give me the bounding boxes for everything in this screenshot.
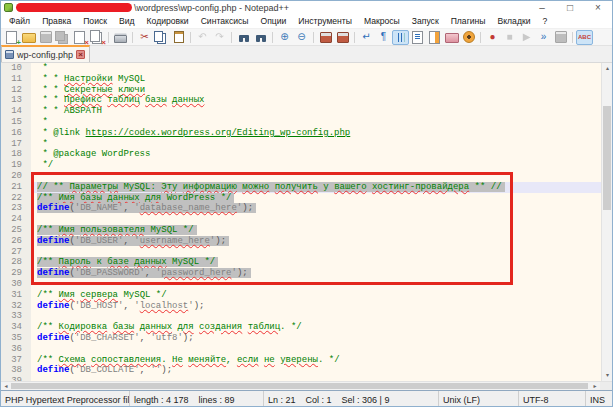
line-number[interactable]: 22 [1,193,31,204]
menu-item-7[interactable]: Инструменты [292,16,358,26]
status-insert-mode[interactable]: INS [585,391,612,407]
line-number[interactable]: 38 [1,365,31,376]
line-number[interactable]: 27 [1,247,31,258]
line-number[interactable]: 14 [1,106,31,117]
undo-icon[interactable]: ↶ [194,30,211,45]
tab-wp-config[interactable]: wp-config.php × [1,45,90,62]
line-number[interactable]: 26 [1,236,31,247]
menu-item-3[interactable]: Вид [113,16,141,26]
sync-horizontal-scroll-icon[interactable] [334,30,351,45]
sync-vertical-scroll-icon[interactable] [317,30,334,45]
code-line-38[interactable]: 38define('DB_COLLATE', ''); [1,365,601,376]
menu-item-8[interactable]: Макросы [358,16,406,26]
menu-item-11[interactable]: Вкладки [492,16,537,26]
status-encoding[interactable]: UTF-8 [518,391,585,407]
code-line-35[interactable]: 35define('DB_CHARSET', 'utf8'); [1,333,601,344]
vertical-scrollbar-thumb[interactable] [603,106,611,210]
close-all-icon[interactable]: × [88,30,105,45]
line-number[interactable]: 39 [1,376,31,381]
code-line-19[interactable]: 19 */ [1,160,601,171]
code-line-25[interactable]: 25/** Имя пользователя MySQL */ [1,225,601,236]
monitoring-icon[interactable] [460,30,477,45]
line-number[interactable]: 32 [1,301,31,312]
code-line-26[interactable]: 26define('DB_USER', 'username_here'); [1,236,601,247]
macro-run-multiple-icon[interactable]: » [535,30,552,45]
menu-item-6[interactable]: Опции [254,16,292,26]
code-line-16[interactable]: 16 * @link https://codex.wordpress.org/E… [1,128,601,139]
close-file-icon[interactable]: × [71,30,88,45]
line-number[interactable]: 13 [1,95,31,106]
line-number[interactable]: 31 [1,290,31,301]
word-wrap-icon[interactable]: ↵ [358,30,375,45]
code-line-20[interactable]: 20 [1,171,601,182]
menu-item-1[interactable]: Правка [36,16,77,26]
line-number[interactable]: 33 [1,311,31,322]
menu-item-9[interactable]: Запуск [406,16,445,26]
line-number[interactable]: 24 [1,214,31,225]
status-eol-format[interactable]: Unix (LF) [438,391,518,407]
code-line-23[interactable]: 23define('DB_NAME', 'database_name_here'… [1,203,601,214]
tab-close-icon[interactable]: × [76,50,85,59]
line-number[interactable]: 12 [1,85,31,96]
code-line-34[interactable]: 34/** Кодировка базы данных для создания… [1,322,601,333]
line-number[interactable]: 23 [1,203,31,214]
open-folder-icon[interactable] [20,30,37,45]
line-number[interactable]: 36 [1,344,31,355]
line-number[interactable]: 16 [1,128,31,139]
line-number[interactable]: 25 [1,225,31,236]
line-number[interactable]: 28 [1,257,31,268]
copy-icon[interactable] [153,30,170,45]
line-number[interactable]: 20 [1,171,31,182]
line-number[interactable]: 34 [1,322,31,333]
scroll-right-arrow-icon[interactable]: ▸ [590,382,600,390]
new-file-icon[interactable]: + [3,30,20,45]
scroll-left-arrow-icon[interactable]: ◂ [1,382,11,390]
code-line-31[interactable]: 31/** Имя сервера MySQL */ [1,290,601,301]
menu-item-12[interactable]: ? [536,16,553,26]
print-icon[interactable] [112,30,129,45]
line-number[interactable]: 29 [1,268,31,279]
macro-record-icon[interactable]: ● [484,30,501,45]
code-line-18[interactable]: 18 * @package WordPress [1,149,601,160]
code-line-12[interactable]: 12 * * Секретные ключи [1,85,601,96]
macro-play-icon[interactable]: ▶ [518,30,535,45]
code-line-24[interactable]: 24 [1,214,601,225]
maximize-button[interactable]: □ [556,1,584,14]
code-line-30[interactable]: 30 [1,279,601,290]
menu-item-10[interactable]: Плагины [445,16,492,26]
code-line-37[interactable]: 37/** Схема сопоставления. Не меняйте, е… [1,355,601,366]
paste-icon[interactable] [170,30,187,45]
function-list-icon[interactable] [409,30,426,45]
code-line-33[interactable]: 33 [1,311,601,322]
menu-item-2[interactable]: Поиск [77,16,113,26]
save-all-icon[interactable] [54,30,71,45]
close-button[interactable]: × [584,1,612,14]
code-line-28[interactable]: 28/** Пароль к базе данных MySQL */ [1,257,601,268]
menu-item-0[interactable]: Файл [3,16,36,26]
line-number[interactable]: 37 [1,355,31,366]
code-line-11[interactable]: 11 * * Настройки MySQL [1,74,601,85]
line-number[interactable]: 30 [1,279,31,290]
zoom-in-icon[interactable]: ⊕ [276,30,293,45]
line-number[interactable]: 21 [1,182,31,193]
redo-icon[interactable]: ↷ [211,30,228,45]
macro-stop-icon[interactable]: ■ [501,30,518,45]
spell-check-icon[interactable]: ABC [576,30,593,45]
code-line-27[interactable]: 27 [1,247,601,258]
document-map-icon[interactable] [426,30,443,45]
menu-item-5[interactable]: Синтаксисы [195,16,255,26]
zoom-out-icon[interactable]: ⊖ [293,30,310,45]
code-line-29[interactable]: 29define('DB_PASSWORD', 'password_here')… [1,268,601,279]
code-line-17[interactable]: 17 * [1,139,601,150]
scroll-up-arrow-icon[interactable]: ▴ [602,63,612,74]
replace-icon[interactable] [252,30,269,45]
code-line-15[interactable]: 15 * [1,117,601,128]
minimize-button[interactable]: – [528,1,556,14]
code-line-39[interactable]: 39 [1,376,601,381]
line-number[interactable]: 18 [1,149,31,160]
line-number[interactable]: 35 [1,333,31,344]
code-line-22[interactable]: 22/** Имя базы данных для WordPress */ [1,193,601,204]
line-number[interactable]: 17 [1,139,31,150]
line-number[interactable]: 10 [1,63,31,74]
show-all-characters-icon[interactable]: ¶ [375,30,392,45]
